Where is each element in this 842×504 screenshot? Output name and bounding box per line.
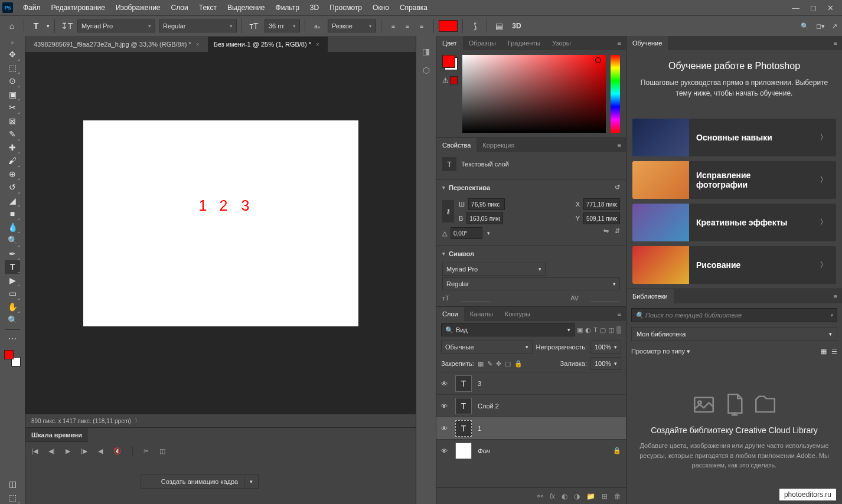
move-tool[interactable]: ✥ bbox=[5, 48, 20, 61]
close-tab-icon[interactable]: × bbox=[316, 41, 319, 48]
opacity-input[interactable]: 100%▾ bbox=[590, 341, 621, 354]
filter-toggle[interactable] bbox=[616, 326, 621, 334]
lock-paint-icon[interactable]: ✎ bbox=[487, 360, 492, 368]
chevron-down-icon[interactable]: ▾ bbox=[47, 23, 50, 29]
learn-card-drawing[interactable]: Рисование〉 bbox=[632, 246, 836, 284]
menu-3d[interactable]: 3D bbox=[305, 4, 324, 12]
flip-v-button[interactable]: ⇵ bbox=[615, 227, 620, 239]
library-select[interactable]: Моя библиотека▾ bbox=[631, 327, 837, 341]
visibility-icon[interactable]: 👁 bbox=[441, 402, 449, 410]
quickmask-button[interactable]: ◫ bbox=[5, 477, 20, 491]
lock-pixels-icon[interactable]: ▦ bbox=[478, 360, 484, 368]
mask-button[interactable]: ◐ bbox=[562, 492, 567, 500]
next-frame-button[interactable]: |▶ bbox=[81, 447, 87, 455]
visibility-icon[interactable]: 👁 bbox=[441, 447, 449, 454]
y-input[interactable] bbox=[583, 212, 620, 224]
menu-edit[interactable]: Редактирование bbox=[46, 4, 110, 12]
adjustment-button[interactable]: ◑ bbox=[574, 492, 580, 500]
text-color-swatch[interactable] bbox=[439, 20, 458, 32]
maximize-button[interactable]: ◻ bbox=[810, 4, 817, 12]
x-input[interactable] bbox=[583, 198, 620, 210]
menu-view[interactable]: Просмотр bbox=[324, 4, 367, 12]
text-layer-1[interactable]: 1 bbox=[199, 197, 207, 214]
eyedropper-tool[interactable]: ✎ bbox=[5, 127, 20, 141]
menu-filter[interactable]: Фильтр bbox=[270, 4, 305, 12]
filter-smart-icon[interactable]: ◫ bbox=[608, 326, 614, 334]
minimize-button[interactable]: — bbox=[792, 4, 799, 12]
close-tab-icon[interactable]: × bbox=[196, 41, 200, 48]
healing-tool[interactable]: ✚ bbox=[5, 141, 20, 155]
learn-card-basics[interactable]: Основные навыки〉 bbox=[632, 119, 836, 156]
list-view-icon[interactable]: ☰ bbox=[831, 348, 837, 355]
share-icon[interactable]: ↗ bbox=[832, 22, 837, 30]
timeline-tab[interactable]: Шкала времени bbox=[25, 428, 88, 442]
brush-tool[interactable]: 🖌 bbox=[5, 154, 20, 168]
edit-toolbar-button[interactable]: ⋯ bbox=[5, 332, 20, 346]
flip-h-button[interactable]: ⇋ bbox=[603, 227, 609, 239]
paths-tab[interactable]: Контуры bbox=[499, 307, 536, 321]
reset-icon[interactable]: ↺ bbox=[615, 184, 620, 191]
prev-frame-button[interactable]: ◀| bbox=[48, 447, 55, 455]
zoom-tool[interactable]: 🔍 bbox=[5, 313, 20, 327]
filter-image-icon[interactable]: ▣ bbox=[577, 326, 583, 334]
collapse-icon[interactable]: » bbox=[11, 40, 14, 45]
library-search[interactable]: 🔍 Поиск по текущей библиотеке▾ bbox=[631, 308, 837, 322]
layer-item[interactable]: 👁T3 bbox=[436, 372, 626, 394]
link-layers-button[interactable]: ⚯ bbox=[537, 492, 543, 500]
mute-button[interactable]: 🔇 bbox=[113, 447, 122, 455]
symbol-section[interactable]: ▾Символ bbox=[436, 246, 626, 261]
filter-text-icon[interactable]: T bbox=[593, 326, 598, 333]
menu-image[interactable]: Изображение bbox=[110, 4, 166, 12]
screenmode-button[interactable]: ⬚ bbox=[5, 491, 20, 505]
panel-menu-icon[interactable]: ≡ bbox=[829, 293, 842, 300]
grid-view-icon[interactable]: ▦ bbox=[821, 348, 827, 355]
frame-tool[interactable]: ⊠ bbox=[5, 114, 20, 128]
group-button[interactable]: 📁 bbox=[586, 492, 595, 500]
new-layer-button[interactable]: ⊞ bbox=[602, 492, 608, 500]
saturation-field[interactable] bbox=[462, 55, 606, 133]
layer-item[interactable]: 👁Фон🔒 bbox=[436, 439, 626, 462]
visibility-icon[interactable]: 👁 bbox=[441, 380, 449, 387]
panel-menu-icon[interactable]: ≡ bbox=[613, 142, 626, 149]
align-right-button[interactable]: ≡ bbox=[415, 19, 429, 33]
menu-select[interactable]: Выделение bbox=[222, 4, 270, 12]
channels-tab[interactable]: Каналы bbox=[464, 307, 499, 321]
learn-card-effects[interactable]: Креативные эффекты〉 bbox=[632, 204, 836, 241]
gradients-tab[interactable]: Градиенты bbox=[502, 36, 546, 50]
create-animation-select[interactable]: Создать анимацию кадра ▾ bbox=[141, 474, 259, 489]
cut-button[interactable]: ✂ bbox=[143, 447, 149, 455]
close-button[interactable]: ✕ bbox=[827, 4, 834, 12]
layer-filter-select[interactable]: 🔍Вид▾ bbox=[441, 323, 575, 336]
menu-file[interactable]: Файл bbox=[18, 4, 46, 12]
fg-swatch[interactable] bbox=[442, 55, 455, 68]
gradient-tool[interactable]: ■ bbox=[5, 207, 20, 221]
last-frame-button[interactable]: ◀ bbox=[98, 447, 103, 455]
menu-help[interactable]: Справка bbox=[394, 4, 433, 12]
libraries-tab[interactable]: Библиотеки bbox=[626, 289, 674, 303]
document-tab[interactable]: 43982985691_f9aa273e2a_h.jpg @ 33,3% (RG… bbox=[28, 37, 208, 52]
properties-tab[interactable]: Свойства bbox=[436, 138, 477, 152]
visibility-icon[interactable]: 👁 bbox=[441, 425, 449, 432]
color-swatches[interactable] bbox=[4, 350, 21, 366]
align-center-button[interactable]: ≡ bbox=[400, 19, 415, 33]
3d-button[interactable]: 3D bbox=[510, 19, 524, 33]
object-select-tool[interactable]: ▣ bbox=[5, 88, 20, 102]
text-layer-2[interactable]: 2 bbox=[220, 197, 228, 214]
font-size-select[interactable]: 36 пт▾ bbox=[265, 19, 300, 32]
color-tab[interactable]: Цвет bbox=[436, 36, 463, 50]
web-safe-swatch[interactable] bbox=[450, 76, 458, 84]
eraser-tool[interactable]: ◢ bbox=[5, 194, 20, 208]
text-orientation-button[interactable]: ↧T bbox=[60, 19, 74, 33]
lock-position-icon[interactable]: ✥ bbox=[496, 360, 501, 368]
lasso-tool[interactable]: ⊙ bbox=[5, 74, 20, 88]
search-icon[interactable]: 🔍 bbox=[801, 22, 809, 30]
path-select-tool[interactable]: ▶ bbox=[5, 274, 20, 287]
symbol-weight-select[interactable]: Regular▾ bbox=[442, 277, 620, 290]
first-frame-button[interactable]: |◀ bbox=[31, 447, 38, 455]
hand-tool[interactable]: ✋ bbox=[5, 300, 20, 314]
menu-layers[interactable]: Слои bbox=[166, 4, 194, 12]
learn-tab[interactable]: Обучение bbox=[626, 36, 668, 50]
pen-tool[interactable]: ✒ bbox=[5, 247, 20, 261]
play-button[interactable]: ▶ bbox=[66, 447, 70, 455]
angle-input[interactable] bbox=[451, 227, 482, 239]
